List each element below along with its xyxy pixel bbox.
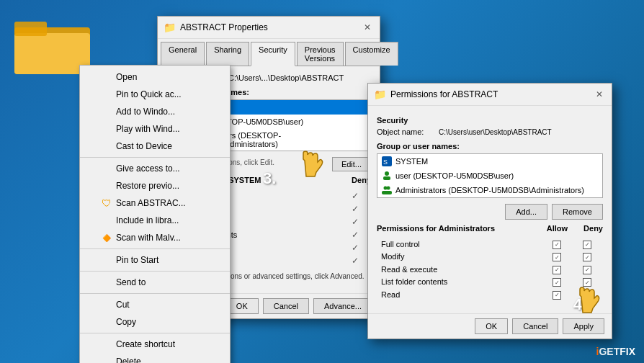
allow-read-exec-cb[interactable] xyxy=(553,266,561,274)
add-icon xyxy=(102,107,112,117)
open-icon xyxy=(102,72,112,82)
tab-previous-versions[interactable]: Previous Versions xyxy=(297,42,344,66)
step-4-label: 4. xyxy=(573,295,586,314)
perm-title-folder-icon: 📁 xyxy=(374,89,386,100)
cast-icon xyxy=(102,141,112,151)
restore-icon xyxy=(102,181,112,191)
perm-system-icon: S xyxy=(382,156,392,166)
separator-3 xyxy=(80,271,230,272)
permissions-content: Security Object name: C:\Users\user\Desk… xyxy=(368,106,612,313)
context-copy[interactable]: Copy xyxy=(80,313,230,331)
allow-list-cb[interactable] xyxy=(553,278,561,287)
context-cut[interactable]: Cut xyxy=(80,296,230,313)
context-menu: Open Pin to Quick ac... Add to Windo... … xyxy=(79,65,231,363)
perm-for-label: Permissions for Administrators xyxy=(377,224,495,233)
context-open[interactable]: Open xyxy=(80,68,230,86)
play-icon xyxy=(102,124,112,134)
shield-icon: 🛡 xyxy=(102,198,112,208)
deny-modify-cb[interactable] xyxy=(583,253,591,261)
perm-object-row: Object name: C:\Users\user\Desktop\ABSTR… xyxy=(377,127,603,136)
context-add-windows[interactable]: Add to Windo... xyxy=(80,103,230,120)
perm-user-admin[interactable]: Administrators (DESKTOP-U5M0DSB\Administ… xyxy=(377,183,602,197)
context-restore[interactable]: Restore previo... xyxy=(80,177,230,194)
context-include-lib[interactable]: Include in libra... xyxy=(80,212,230,229)
svg-text:S: S xyxy=(383,158,388,166)
context-pin-quick[interactable]: Pin to Quick ac... xyxy=(80,86,230,103)
svg-rect-2 xyxy=(14,22,47,36)
permissions-section-label: Security xyxy=(377,113,603,127)
perm2-read: Read xyxy=(378,289,601,300)
tab-security[interactable]: Security xyxy=(251,42,295,66)
tab-general[interactable]: General xyxy=(161,42,205,66)
lib-icon xyxy=(102,215,112,225)
properties-title: 📁 ABSTRACT Properties xyxy=(164,22,268,33)
remove-button[interactable]: Remove xyxy=(552,204,603,220)
perm-user-person[interactable]: user (DESKTOP-U5M0DSB\user) xyxy=(377,169,602,183)
separator-2 xyxy=(80,248,230,249)
start-icon xyxy=(102,255,112,265)
perm-admin-icon xyxy=(382,185,392,195)
context-delete[interactable]: Delete xyxy=(80,353,230,363)
step-3-label: 3. xyxy=(263,169,276,188)
svg-rect-16 xyxy=(382,191,392,194)
permissions-title: 📁 Permissions for ABSTRACT xyxy=(374,89,498,100)
context-play[interactable]: Play with Wind... xyxy=(80,120,230,138)
separator-4 xyxy=(80,293,230,294)
watermark: iGETFIX xyxy=(596,346,635,357)
cut-icon xyxy=(102,300,112,310)
context-give-access[interactable]: Give access to... xyxy=(80,160,230,177)
perm2-modify: Modify xyxy=(378,251,601,263)
context-send-to[interactable]: Send to xyxy=(80,274,230,291)
perm-user-system[interactable]: S SYSTEM xyxy=(377,154,602,169)
perm-deny-label: Deny xyxy=(583,224,603,233)
svg-point-12 xyxy=(385,171,389,176)
svg-rect-13 xyxy=(383,176,390,180)
permissions-titlebar: 📁 Permissions for ABSTRACT ✕ xyxy=(368,84,612,106)
perm-user-list: S SYSTEM user (DESKTOP-U5M0DSB\user) Adm… xyxy=(377,153,603,198)
add-button[interactable]: Add... xyxy=(505,204,547,220)
context-cast[interactable]: Cast to Device xyxy=(80,138,230,155)
context-scan-mal[interactable]: 🔶 Scan with Malv... xyxy=(80,229,230,246)
add-remove-row: Add... Remove xyxy=(377,204,603,220)
tab-sharing[interactable]: Sharing xyxy=(206,42,249,66)
edit-button[interactable]: Edit... xyxy=(332,157,371,171)
permissions-buttons: OK Cancel Apply xyxy=(368,313,612,339)
delete-icon xyxy=(102,357,112,363)
context-scan-abstract[interactable]: 🛡 Scan ABSTRAC... xyxy=(80,194,230,212)
deny-read-exec-cb[interactable] xyxy=(583,266,591,274)
pin-icon xyxy=(102,89,112,99)
send-icon xyxy=(102,277,112,287)
perm2-list: List folder contents xyxy=(378,277,601,288)
copy-icon xyxy=(102,317,112,327)
separator-5 xyxy=(80,333,230,333)
context-pin-start[interactable]: Pin to Start xyxy=(80,251,230,269)
title-folder-icon: 📁 xyxy=(164,22,176,33)
perm2-read-execute: Read & execute xyxy=(378,264,601,275)
context-create-shortcut[interactable]: Create shortcut xyxy=(80,336,230,353)
watermark-fix: FIX xyxy=(620,346,635,357)
deny-list-cb[interactable] xyxy=(583,278,591,287)
allow-full-cb[interactable] xyxy=(553,241,561,249)
malware-icon: 🔶 xyxy=(102,233,112,243)
allow-modify-cb[interactable] xyxy=(553,253,561,261)
properties-close-button[interactable]: ✕ xyxy=(361,21,374,34)
tab-customize[interactable]: Customize xyxy=(345,42,398,66)
perm-cancel-button[interactable]: Cancel xyxy=(512,318,558,334)
advanced-button[interactable]: Advance... xyxy=(313,298,372,314)
perm2-full-control: Full control xyxy=(378,238,601,250)
properties-titlebar: 📁 ABSTRACT Properties ✕ xyxy=(158,17,380,39)
cancel-button[interactable]: Cancel xyxy=(263,298,309,314)
properties-tab-bar: General Sharing Security Previous Versio… xyxy=(158,39,380,66)
allow-label: Allow xyxy=(547,224,568,233)
svg-point-15 xyxy=(387,187,390,190)
separator-1 xyxy=(80,157,230,158)
permissions-close-button[interactable]: ✕ xyxy=(593,88,606,101)
watermark-get: GET xyxy=(599,346,620,357)
perm-ok-button[interactable]: OK xyxy=(475,318,508,334)
perm-person-icon xyxy=(382,171,392,181)
perm-permissions-table: Full control Modify Read & execute List … xyxy=(377,237,603,302)
share-icon xyxy=(102,163,112,174)
allow-read-cb[interactable] xyxy=(553,291,561,300)
deny-full-cb[interactable] xyxy=(583,241,591,249)
perm-apply-button[interactable]: Apply xyxy=(563,318,604,334)
